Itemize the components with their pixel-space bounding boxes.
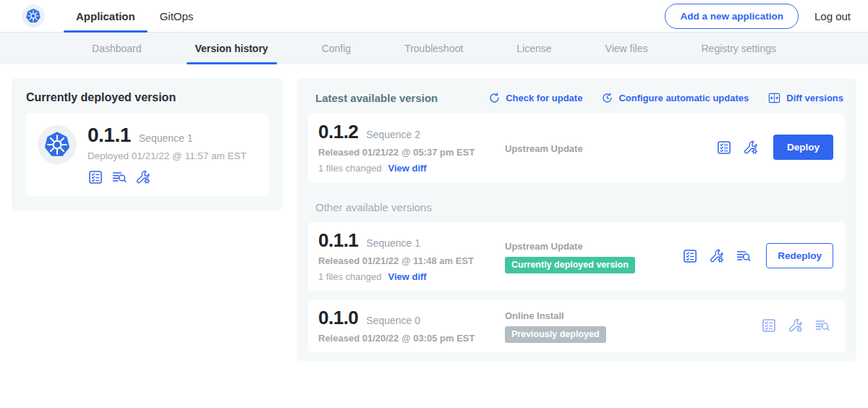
app-icon-badge	[38, 125, 77, 164]
subnav-label-troubleshoot: Troubleshoot	[404, 43, 463, 54]
kubernetes-app-icon	[42, 129, 72, 160]
deployed-version-card: 0.1.1 Sequence 1 Deployed 01/21/22 @ 11:…	[26, 114, 269, 196]
version-row-0-1-2: 0.1.2 Sequence 2 Released 01/21/22 @ 05:…	[308, 114, 845, 182]
tab-application[interactable]: Application	[64, 0, 148, 32]
subnav-item-license[interactable]: License	[511, 33, 557, 64]
version-released: Released 01/21/22 @ 11:48 am EST	[318, 255, 498, 266]
version-source: Upstream Update	[498, 140, 716, 154]
subnav-label-registry-settings: Registry settings	[702, 43, 776, 54]
app-subnav: Dashboard Version history Config Trouble…	[0, 33, 868, 64]
versions-panel-header: Latest available version Check for updat…	[308, 90, 845, 105]
subnav-item-troubleshoot[interactable]: Troubleshoot	[399, 33, 469, 64]
subnav-item-view-files[interactable]: View files	[600, 33, 654, 64]
version-row-0-1-1: 0.1.1 Sequence 1 Released 01/21/22 @ 11:…	[308, 222, 845, 291]
subnav-item-registry-settings[interactable]: Registry settings	[696, 33, 782, 64]
currently-deployed-title: Currently deployed version	[26, 91, 269, 104]
app-header: Application GitOps Add a new application…	[0, 0, 868, 33]
edit-config-icon[interactable]	[788, 318, 804, 333]
version-released: Released 01/21/22 @ 05:37 pm EST	[318, 147, 498, 158]
preflight-checks-icon[interactable]	[88, 169, 103, 185]
kubernetes-logo	[22, 4, 45, 27]
other-versions-title: Other available versions	[315, 201, 843, 213]
deployed-sequence: Sequence 1	[139, 132, 193, 144]
kubernetes-logo-icon	[25, 7, 42, 25]
view-diff-link[interactable]: View diff	[388, 163, 426, 174]
version-actions: Deploy	[716, 135, 833, 160]
kots-admin-console: Application GitOps Add a new application…	[0, 0, 868, 408]
latest-version-title: Latest available version	[315, 92, 438, 104]
version-sequence: Sequence 1	[366, 237, 420, 249]
main-content: Currently deployed version 0.1.1 Sequenc…	[0, 64, 868, 361]
redeploy-button[interactable]: Redeploy	[766, 243, 833, 268]
preflight-checks-icon[interactable]	[761, 318, 777, 333]
configure-automatic-updates-link[interactable]: Configure automatic updates	[601, 92, 749, 104]
deploy-logs-icon[interactable]	[736, 248, 752, 264]
version-info: 0.1.1 Sequence 1 Released 01/21/22 @ 11:…	[318, 229, 498, 282]
version-actions	[761, 318, 833, 333]
subnav-label-view-files: View files	[605, 43, 648, 54]
subnav-label-version-history: Version history	[195, 43, 268, 54]
version-source: Online Install Previously deployed	[498, 307, 761, 343]
edit-config-icon[interactable]	[709, 248, 725, 264]
files-changed: 1 files changed	[318, 163, 381, 174]
deployed-timestamp: Deployed 01/21/22 @ 11:57 am EST	[88, 150, 247, 161]
previously-deployed-badge: Previously deployed	[505, 326, 606, 343]
tab-application-label: Application	[76, 10, 135, 22]
panel-actions: Check for update Configure automatic upd…	[488, 91, 843, 105]
version-info: 0.1.2 Sequence 2 Released 01/21/22 @ 05:…	[318, 121, 498, 174]
version-sequence: Sequence 0	[366, 315, 420, 326]
deploy-logs-icon[interactable]	[111, 169, 127, 185]
preflight-checks-icon[interactable]	[682, 248, 698, 264]
deployed-version-actions	[88, 169, 247, 185]
deploy-logs-icon[interactable]	[814, 318, 830, 333]
automatic-updates-icon	[601, 92, 613, 104]
version-info: 0.1.0 Sequence 0 Released 01/20/22 @ 03:…	[318, 307, 498, 344]
diff-versions-icon	[767, 91, 781, 105]
deploy-button[interactable]: Deploy	[773, 135, 833, 160]
version-number: 0.1.0	[318, 307, 358, 329]
check-update-icon	[488, 92, 501, 104]
view-diff-link[interactable]: View diff	[388, 271, 426, 282]
subnav-item-dashboard[interactable]: Dashboard	[86, 33, 148, 64]
subnav-label-config: Config	[322, 43, 351, 54]
tab-gitops[interactable]: GitOps	[148, 0, 206, 32]
deployed-version-number: 0.1.1	[88, 124, 131, 147]
subnav-label-dashboard: Dashboard	[92, 43, 142, 54]
version-source: Upstream Update Currently deployed versi…	[498, 238, 682, 273]
check-for-update-label: Check for update	[506, 93, 582, 103]
version-source-label: Online Install	[505, 310, 755, 321]
add-application-button[interactable]: Add a new application	[665, 4, 799, 29]
version-source-label: Upstream Update	[505, 143, 710, 154]
version-source-label: Upstream Update	[505, 241, 676, 252]
versions-panel: Latest available version Check for updat…	[297, 78, 856, 361]
tab-gitops-label: GitOps	[160, 10, 194, 22]
subnav-item-config[interactable]: Config	[316, 33, 357, 64]
check-for-update-link[interactable]: Check for update	[488, 92, 582, 104]
edit-config-icon[interactable]	[135, 169, 151, 185]
version-number: 0.1.2	[318, 121, 358, 143]
currently-deployed-badge: Currently deployed version	[505, 257, 635, 273]
version-actions: Redeploy	[682, 243, 833, 268]
files-changed: 1 files changed	[318, 271, 381, 282]
version-row-0-1-0: 0.1.0 Sequence 0 Released 01/20/22 @ 03:…	[308, 299, 845, 352]
subnav-item-version-history[interactable]: Version history	[190, 33, 274, 64]
logout-link[interactable]: Log out	[814, 10, 851, 22]
version-released: Released 01/20/22 @ 03:05 pm EST	[318, 333, 498, 344]
configure-automatic-updates-label: Configure automatic updates	[618, 93, 749, 103]
preflight-checks-icon[interactable]	[716, 140, 732, 156]
diff-versions-label: Diff versions	[786, 93, 843, 103]
version-number: 0.1.1	[318, 229, 358, 252]
deployed-version-info: 0.1.1 Sequence 1 Deployed 01/21/22 @ 11:…	[88, 124, 247, 185]
diff-versions-link[interactable]: Diff versions	[767, 91, 843, 105]
header-right: Add a new application Log out	[665, 0, 851, 32]
subnav-label-license: License	[516, 43, 551, 54]
edit-config-icon[interactable]	[743, 140, 759, 156]
version-sequence: Sequence 2	[366, 129, 420, 140]
currently-deployed-card: Currently deployed version 0.1.1 Sequenc…	[12, 78, 282, 211]
